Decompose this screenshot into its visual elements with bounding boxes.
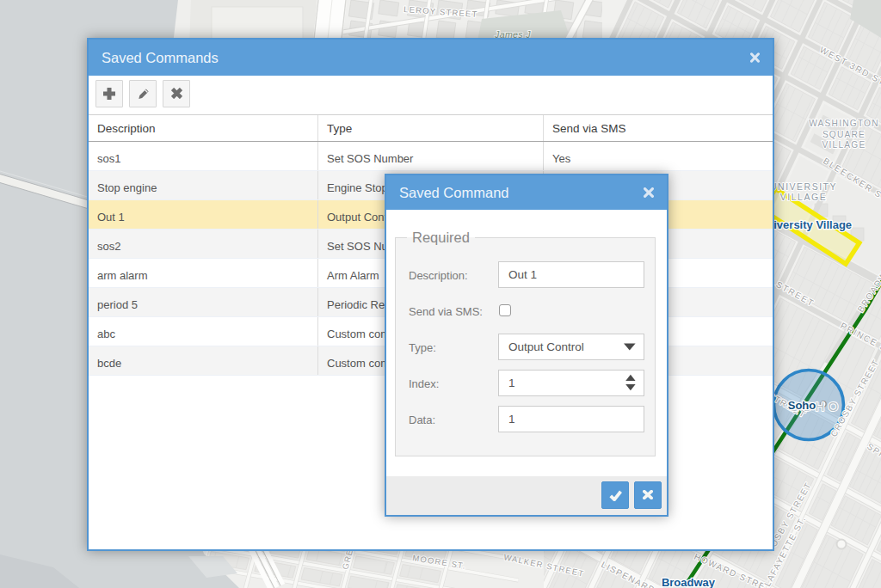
svg-text:VILLAGE: VILLAGE bbox=[780, 192, 827, 202]
svg-text:Broadway: Broadway bbox=[662, 576, 716, 588]
svg-text:WASHINGTON: WASHINGTON bbox=[809, 119, 879, 128]
svg-text:SQUARE: SQUARE bbox=[822, 130, 866, 139]
svg-text:Soho: Soho bbox=[788, 399, 816, 412]
svg-text:UNIVERSITY: UNIVERSITY bbox=[770, 181, 837, 192]
svg-text:VILLAGE: VILLAGE bbox=[822, 140, 866, 150]
